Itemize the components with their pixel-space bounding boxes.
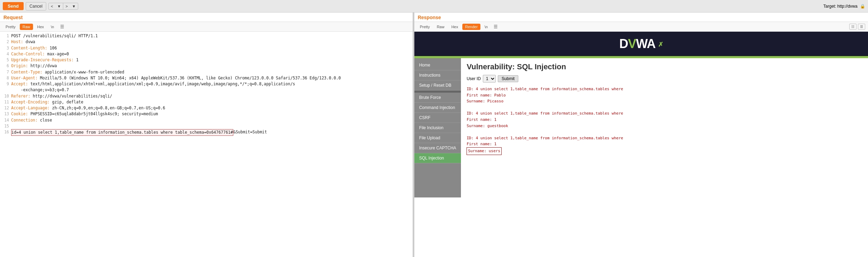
- response-tab-pretty[interactable]: Pretty: [417, 24, 433, 30]
- code-line-1: 1 POST /vulnerabilities/sqli/ HTTP/1.1: [2, 33, 411, 39]
- dvwa-logo: DVWA ✗: [619, 37, 663, 51]
- dvwa-submit-button[interactable]: Submit: [498, 75, 518, 82]
- request-tab-n[interactable]: \n: [48, 24, 57, 30]
- response-view-icons: ☷ ☰: [849, 24, 865, 30]
- dvwa-form: User ID 1 Submit: [467, 75, 862, 83]
- code-line-9: 9 Accept: text/html,application/xhtml+xm…: [2, 81, 411, 87]
- nav-group: < ▼ > ▼: [48, 3, 78, 10]
- code-line-3: 3 Content-Length: 106: [2, 45, 411, 51]
- view-list-button[interactable]: ☰: [858, 24, 865, 30]
- request-tab-pretty[interactable]: Pretty: [3, 24, 18, 30]
- dvwa-logo-w: W: [636, 37, 647, 51]
- dvwa-nav-setup[interactable]: Setup / Reset DB: [414, 80, 461, 91]
- code-line-14: 14 Connection: close: [2, 117, 411, 123]
- dvwa-logo-accent: V: [628, 37, 636, 51]
- dvwa-nav-csrf[interactable]: CSRF: [414, 113, 461, 123]
- render-area: DVWA ✗ Home Instructions Setup / Reset D…: [414, 32, 868, 257]
- dvwa-userid-label: User ID: [467, 76, 481, 81]
- code-line-16: 16 id=4 union select 1,table_name from i…: [2, 129, 411, 136]
- request-toolbar: Pretty Raw Hex \n ☰: [0, 22, 413, 32]
- nav-prev-button[interactable]: <: [49, 3, 55, 9]
- cancel-button[interactable]: Cancel: [26, 2, 46, 10]
- dvwa-nav-brute[interactable]: Brute Force: [414, 93, 461, 103]
- code-line-13: 13 Cookie: PHPSESSID=c65uqla8dabr5jt04ll…: [2, 111, 411, 117]
- nav-up-button[interactable]: ▼: [55, 3, 63, 9]
- dvwa-body: Home Instructions Setup / Reset DB Brute…: [414, 58, 868, 197]
- response-title: Response: [414, 13, 868, 22]
- dvwa-logo-icon: ✗: [658, 41, 663, 48]
- toolbar-left: Send Cancel < ▼ > ▼: [3, 2, 78, 10]
- request-menu-icon[interactable]: ☰: [58, 23, 66, 30]
- dvwa-result-3-surname-box: Surname: users: [467, 147, 502, 155]
- response-menu-icon[interactable]: ☰: [492, 23, 500, 30]
- dvwa-nav-sqli[interactable]: SQL Injection: [414, 153, 461, 163]
- response-toolbar: Pretty Raw Hex Render \n ☰ ☷ ☰: [414, 22, 868, 32]
- nav-next-button[interactable]: >: [63, 3, 70, 9]
- response-tab-n[interactable]: \n: [482, 24, 490, 30]
- request-title: Request: [0, 13, 413, 22]
- code-line-2: 2 Host: dvwa: [2, 39, 411, 45]
- code-line-5: 5 Upgrade-Insecure-Requests: 1: [2, 57, 411, 63]
- code-line-4: 4 Cache-Control: max-age=0: [2, 51, 411, 57]
- dvwa-nav-file-up[interactable]: File Upload: [414, 133, 461, 143]
- response-tab-raw[interactable]: Raw: [434, 24, 447, 30]
- response-pane: Response Pretty Raw Hex Render \n ☰ ☷ ☰ …: [414, 13, 868, 257]
- dvwa-nav-file-inc[interactable]: File Inclusion: [414, 123, 461, 133]
- dvwa-nav-command[interactable]: Command Injection: [414, 103, 461, 113]
- dvwa-content: Vulnerability: SQL Injection User ID 1 S…: [461, 58, 868, 197]
- dvwa-result-2: ID: 4 union select 1,table_name from inf…: [467, 110, 862, 135]
- response-tab-hex[interactable]: Hex: [448, 24, 461, 30]
- response-tab-render[interactable]: Render: [462, 24, 480, 30]
- view-grid-button[interactable]: ☷: [849, 24, 857, 30]
- send-button[interactable]: Send: [3, 2, 24, 10]
- target-lock-icon: 🔒: [860, 4, 865, 9]
- code-line-12: 12 Accept-Language: zh-CN,zh;q=0.9,en;q=…: [2, 105, 411, 111]
- request-tab-hex[interactable]: Hex: [34, 24, 47, 30]
- dvwa-header: DVWA ✗: [414, 32, 868, 56]
- dvwa-nav-captcha[interactable]: Insecure CAPTCHA: [414, 143, 461, 153]
- nav-down-button[interactable]: ▼: [70, 3, 78, 9]
- dvwa-result-3: ID: 4 union select 1,table_name from inf…: [467, 135, 862, 155]
- request-pane: Request Pretty Raw Hex \n ☰ 1 POST /vuln…: [0, 13, 413, 257]
- target-label: Target: http://dvwa: [824, 4, 858, 9]
- dvwa-results: ID: 4 union select 1,table_name from inf…: [467, 86, 862, 155]
- code-line-7: 7 Content-Type: application/x-www-form-u…: [2, 69, 411, 75]
- dvwa-nav: Home Instructions Setup / Reset DB Brute…: [414, 58, 461, 197]
- injected-payload: id=4 union select 1,table_name from info…: [11, 129, 233, 136]
- code-line-9b: -exchange;v=b3;q=0.7: [2, 87, 411, 93]
- toolbar: Send Cancel < ▼ > ▼ Target: http://dvwa …: [0, 0, 868, 13]
- code-line-6: 6 Origin: http://dvwa: [2, 63, 411, 69]
- dvwa-nav-instructions[interactable]: Instructions: [414, 70, 461, 80]
- dvwa-nav-home[interactable]: Home: [414, 60, 461, 70]
- code-line-15: 15: [2, 123, 411, 129]
- main-layout: Request Pretty Raw Hex \n ☰ 1 POST /vuln…: [0, 13, 868, 257]
- code-line-8: 8 User-Agent: Mozilla/5.0 (Windows NT 10…: [2, 75, 411, 81]
- target-info: Target: http://dvwa 🔒: [824, 4, 865, 9]
- code-line-10: 10 Referer: http://dvwa/vulnerabilities/…: [2, 93, 411, 99]
- code-line-11: 11 Accept-Encoding: gzip, deflate: [2, 99, 411, 105]
- request-code-area: 1 POST /vulnerabilities/sqli/ HTTP/1.1 2…: [0, 32, 413, 257]
- request-tab-raw[interactable]: Raw: [20, 24, 33, 30]
- dvwa-userid-select[interactable]: 1: [483, 75, 496, 83]
- dvwa-page-title: Vulnerability: SQL Injection: [467, 62, 862, 71]
- dvwa-result-1: ID: 4 union select 1,table_name from inf…: [467, 86, 862, 110]
